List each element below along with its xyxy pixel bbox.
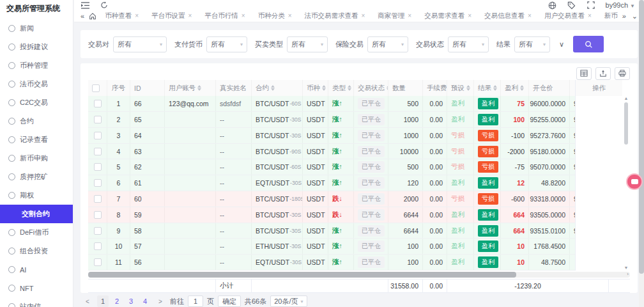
- row-checkbox[interactable]: [94, 163, 102, 171]
- row-checkbox[interactable]: [94, 211, 102, 219]
- tab-new-coin-subscribe[interactable]: 新币申购×: [599, 10, 618, 22]
- export-icon[interactable]: [595, 67, 611, 80]
- refresh-icon[interactable]: [100, 1, 109, 10]
- theme-tag-icon[interactable]: [567, 1, 576, 10]
- sidebar-item-portfolio[interactable]: 组合投资: [0, 242, 73, 260]
- close-icon[interactable]: ×: [408, 13, 411, 19]
- row-checkbox[interactable]: [94, 116, 102, 123]
- sort-icon[interactable]: [348, 85, 351, 91]
- page-number[interactable]: 2: [111, 295, 123, 307]
- sidebar-item-nft[interactable]: NFT: [0, 279, 73, 297]
- search-button[interactable]: [573, 36, 604, 52]
- close-icon[interactable]: ×: [188, 13, 192, 19]
- goto-page-input[interactable]: 1: [188, 295, 203, 307]
- tab-trade-info-view[interactable]: 交易信息查看×: [479, 10, 537, 22]
- print-icon[interactable]: [615, 67, 630, 80]
- home-icon[interactable]: [89, 12, 96, 20]
- user-menu[interactable]: by99ch ▼: [606, 1, 635, 9]
- tabs-scroll-right-icon[interactable]: »: [621, 12, 627, 20]
- close-icon[interactable]: ×: [468, 13, 471, 19]
- close-icon[interactable]: ×: [362, 13, 365, 19]
- page-number[interactable]: 1: [97, 295, 109, 307]
- table-horizontal-scrollbar[interactable]: ›: [88, 272, 630, 278]
- horizontal-scroll-thumb[interactable]: [88, 272, 516, 278]
- filter-select[interactable]: 所有▾: [448, 36, 489, 52]
- row-checkbox[interactable]: [94, 148, 102, 155]
- tab-coin-view[interactable]: 币种查看×: [100, 10, 144, 22]
- tab-platform-coin-market[interactable]: 平台币行情×: [199, 10, 250, 22]
- filter-select[interactable]: 所有▾: [287, 36, 328, 52]
- sidebar-item-contract[interactable]: 合约: [0, 112, 73, 130]
- tab-coin-category[interactable]: 币种分类×: [253, 10, 297, 22]
- next-page-button[interactable]: >: [155, 295, 166, 307]
- filter-select[interactable]: 所有▾: [113, 36, 167, 52]
- sort-icon[interactable]: [520, 85, 524, 91]
- column-header[interactable]: 盈利: [501, 80, 529, 96]
- sidebar-item-feedback[interactable]: 投拆建议: [0, 38, 73, 56]
- tab-fiat-demand-view[interactable]: 法币交易需求查看×: [300, 10, 371, 22]
- vertical-scroll-thumb[interactable]: [624, 102, 628, 145]
- sidebar-item-site-mail[interactable]: 站内信: [0, 297, 73, 307]
- column-header[interactable]: 类型: [328, 80, 354, 96]
- tab-platform-coin-settings[interactable]: 平台币设置×: [146, 10, 197, 22]
- sidebar-item-options[interactable]: 期权: [0, 186, 73, 205]
- close-icon[interactable]: ×: [588, 13, 592, 19]
- sort-icon[interactable]: [493, 85, 497, 91]
- page-number[interactable]: 4: [139, 295, 151, 307]
- close-icon[interactable]: ×: [288, 13, 292, 19]
- sidebar-item-c2c-trade[interactable]: C2C交易: [0, 93, 73, 112]
- sidebar-item-ai[interactable]: AI: [0, 260, 73, 279]
- column-header[interactable]: 结果: [474, 80, 501, 96]
- filter-select[interactable]: 所有▾: [206, 36, 247, 52]
- row-checkbox[interactable]: [94, 242, 102, 250]
- sidebar-item-news[interactable]: 新闻: [0, 19, 73, 38]
- columns-grid-icon[interactable]: [576, 67, 592, 80]
- close-icon[interactable]: ×: [135, 13, 139, 19]
- tab-user-trade-view[interactable]: 用户交易查看×: [539, 10, 597, 22]
- scroll-down-icon[interactable]: ▼: [624, 265, 629, 271]
- row-checkbox[interactable]: [94, 179, 102, 187]
- sort-icon[interactable]: [466, 85, 470, 91]
- page-scroll-thumb[interactable]: [639, 0, 644, 274]
- language-globe-icon[interactable]: [548, 1, 557, 10]
- select-all-checkbox[interactable]: [92, 84, 100, 92]
- column-header[interactable]: 交易状态: [354, 80, 388, 96]
- fullscreen-icon[interactable]: [586, 1, 595, 10]
- row-checkbox[interactable]: [94, 258, 102, 266]
- filter-select[interactable]: 所有▾: [367, 36, 408, 52]
- column-header[interactable]: 用户账号: [165, 80, 216, 96]
- per-page-select[interactable]: 20条/页▾: [270, 295, 307, 307]
- floating-service-button[interactable]: [626, 173, 643, 190]
- collapse-sidebar-icon[interactable]: [80, 1, 89, 10]
- page-scrollbar[interactable]: [639, 0, 644, 307]
- prev-page-button[interactable]: <: [82, 295, 93, 307]
- goto-confirm-button[interactable]: 确定: [218, 295, 241, 307]
- row-checkbox[interactable]: [94, 227, 102, 235]
- tabs-dropdown-icon[interactable]: ⌄: [631, 12, 639, 20]
- column-header[interactable]: 预设: [447, 80, 474, 96]
- sidebar-item-records[interactable]: 记录查看: [0, 130, 73, 149]
- column-header[interactable]: 合约: [252, 80, 303, 96]
- tab-trade-demand-view[interactable]: 交易需求查看×: [419, 10, 477, 22]
- tabs-scroll-left-icon[interactable]: «: [79, 12, 86, 20]
- page-number[interactable]: 3: [125, 295, 137, 307]
- sidebar-item-defi-lending[interactable]: DeFi借币: [0, 223, 73, 242]
- sidebar-item-staking[interactable]: 质押挖矿: [0, 168, 73, 186]
- close-icon[interactable]: ×: [528, 13, 532, 19]
- sidebar-item-fiat-trade[interactable]: 法币交易: [0, 75, 73, 93]
- scroll-right-icon[interactable]: ›: [627, 271, 629, 277]
- sort-icon[interactable]: [271, 85, 275, 91]
- tab-merchant-manage[interactable]: 商家管理×: [372, 10, 417, 22]
- table-scroll-region[interactable]: 序号ID用户账号真实姓名合约币种类型交易状态数量手续费预设结果盈利开仓价 166…: [88, 80, 575, 271]
- row-checkbox[interactable]: [94, 195, 102, 203]
- row-checkbox[interactable]: [94, 132, 102, 139]
- sidebar-item-new-coin[interactable]: 新币申购: [0, 149, 73, 168]
- filter-select[interactable]: 所有▾: [514, 36, 550, 52]
- scroll-up-icon[interactable]: ▲: [624, 96, 629, 101]
- sort-icon[interactable]: [197, 85, 201, 91]
- sort-icon[interactable]: [322, 85, 326, 91]
- row-checkbox[interactable]: [94, 100, 102, 107]
- close-icon[interactable]: ×: [241, 13, 245, 19]
- filter-expand-icon[interactable]: ∨: [558, 40, 565, 49]
- sidebar-item-delivery-contract[interactable]: 交割合约: [0, 205, 73, 223]
